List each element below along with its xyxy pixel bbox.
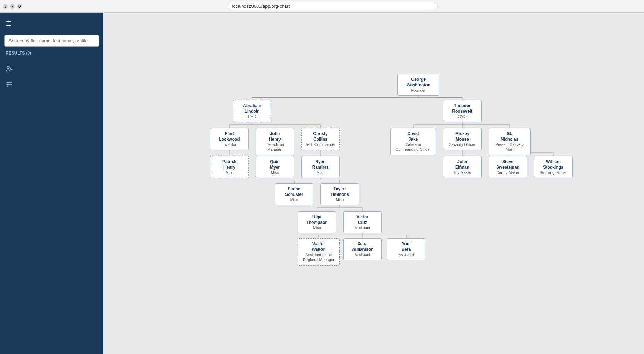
- node-name: PatrickHenry: [214, 159, 245, 170]
- list-icon[interactable]: [0, 77, 103, 91]
- node-title: Misc: [324, 197, 355, 202]
- node-name: SteveSweetsman: [492, 159, 523, 170]
- svg-point-7: [7, 86, 8, 87]
- url-bar: localhost:8080/app/org-chart: [228, 2, 438, 10]
- node-name: UlgaThompson: [302, 214, 332, 225]
- node-name: QuinMyer: [259, 159, 290, 170]
- node-quin-myer[interactable]: QuinMyer Misc: [256, 156, 294, 178]
- node-john-elfman[interactable]: JohnElfman Toy Maker: [443, 156, 482, 178]
- node-name: JohnElfman: [447, 159, 478, 170]
- node-ryan-ramirez[interactable]: RyanRamirez Misc: [301, 156, 340, 178]
- node-title: Assistant: [347, 225, 378, 230]
- browser-chrome: ‹ › ↺ localhost:8080/app/org-chart: [0, 0, 644, 13]
- node-name: JohnHenry: [259, 131, 290, 142]
- node-mickey-mouse[interactable]: MickeyMouse Security Officer: [443, 128, 482, 150]
- node-john-henry[interactable]: JohnHenry Demolition Manager: [256, 128, 294, 155]
- node-title: Inventor: [214, 142, 245, 147]
- node-yogi-bera[interactable]: YogiBera Assistant: [387, 238, 425, 260]
- node-title: Misc: [214, 170, 245, 175]
- node-david-jake[interactable]: DavidJake Cafeteria Commanding Officer: [390, 128, 436, 155]
- node-title: Present Delivery Man: [492, 142, 527, 152]
- node-name: WilliamStockings: [538, 159, 569, 170]
- node-title: Toy Maker: [447, 170, 478, 175]
- node-xena-williamson[interactable]: XenaWilliamson Assistant: [343, 238, 382, 260]
- people-search-icon[interactable]: [0, 62, 103, 76]
- svg-point-1: [10, 68, 12, 70]
- node-title: Stocking Stuffer: [538, 170, 569, 175]
- node-name: ChristyCollins: [305, 131, 336, 142]
- nav-reload-button[interactable]: ↺: [17, 4, 22, 9]
- node-steve-sweetsman[interactable]: SteveSweetsman Candy Maker: [489, 156, 527, 178]
- node-name: St.Nicholas: [492, 131, 527, 142]
- results-label: RESULTS (0): [0, 49, 103, 58]
- node-name: XenaWilliamson: [347, 241, 378, 252]
- node-title: Misc: [259, 170, 290, 175]
- node-title: Founder: [401, 88, 436, 93]
- sidebar-icons: [0, 62, 103, 91]
- node-name: TheodorRoosevelt: [447, 103, 478, 114]
- node-title: CEO: [237, 114, 268, 119]
- node-title: Misc: [279, 197, 310, 202]
- node-christy-collins[interactable]: ChristyCollins Tech Commander: [301, 128, 340, 150]
- sidebar: ☰ RESULTS (0): [0, 13, 103, 354]
- node-simon-schuster[interactable]: SimonSchuster Misc: [275, 183, 313, 205]
- node-theodor-roosevelt[interactable]: TheodorRoosevelt CMO: [443, 100, 482, 122]
- node-title: CMO: [447, 114, 478, 119]
- search-container: [0, 33, 103, 49]
- node-title: Cafeteria Commanding Officer: [394, 142, 432, 152]
- node-name: WalterWalton: [302, 241, 336, 252]
- node-title: Misc: [302, 225, 332, 230]
- node-title: Assistant: [391, 252, 422, 257]
- node-name: TaylorTimmons: [324, 186, 355, 197]
- node-walter-walton[interactable]: WalterWalton Assistant to the Regional M…: [298, 238, 340, 266]
- org-chart: GeorgeWashington FounderAbrahamLincoln C…: [110, 20, 590, 299]
- node-title: Security Officer: [447, 142, 478, 147]
- node-abraham-lincoln[interactable]: AbrahamLincoln CEO: [233, 100, 271, 122]
- app-wrapper: ☰ RESULTS (0): [0, 13, 644, 354]
- node-george-washington[interactable]: GeorgeWashington Founder: [397, 74, 439, 96]
- node-title: Misc: [305, 170, 336, 175]
- nav-back-button[interactable]: ‹: [3, 4, 8, 9]
- node-name: AbrahamLincoln: [237, 103, 268, 114]
- nav-forward-button[interactable]: ›: [10, 4, 15, 9]
- node-william-stockings[interactable]: WilliamStockings Stocking Stuffer: [534, 156, 573, 178]
- node-title: Tech Commander: [305, 142, 336, 147]
- node-title: Assistant: [347, 252, 378, 257]
- node-victor-cruz[interactable]: VictorCruz Assistant: [343, 211, 382, 233]
- node-name: RyanRamirez: [305, 159, 336, 170]
- node-name: VictorCruz: [347, 214, 378, 225]
- node-flint-lockwood[interactable]: FlintLockwood Inventor: [210, 128, 249, 150]
- node-name: YogiBera: [391, 241, 422, 252]
- node-name: FlintLockwood: [214, 131, 245, 142]
- search-input[interactable]: [4, 35, 99, 47]
- svg-point-0: [7, 66, 9, 69]
- node-taylor-timmons[interactable]: TaylorTimmons Misc: [320, 183, 359, 205]
- node-name: DavidJake: [394, 131, 432, 142]
- svg-point-6: [7, 84, 8, 85]
- node-ulga-thompson[interactable]: UlgaThompson Misc: [298, 211, 336, 233]
- main-content[interactable]: GeorgeWashington FounderAbrahamLincoln C…: [103, 13, 644, 354]
- node-name: MickeyMouse: [447, 131, 478, 142]
- node-name: GeorgeWashington: [401, 77, 436, 88]
- node-name: SimonSchuster: [279, 186, 310, 197]
- node-patrick-henry[interactable]: PatrickHenry Misc: [210, 156, 249, 178]
- node-title: Candy Maker: [492, 170, 523, 175]
- svg-point-5: [7, 82, 8, 83]
- node-st-nicholas[interactable]: St.Nicholas Present Delivery Man: [489, 128, 531, 155]
- menu-icon[interactable]: ☰: [0, 17, 103, 30]
- node-title: Assistant to the Regional Manager: [302, 252, 336, 262]
- node-title: Demolition Manager: [259, 142, 290, 152]
